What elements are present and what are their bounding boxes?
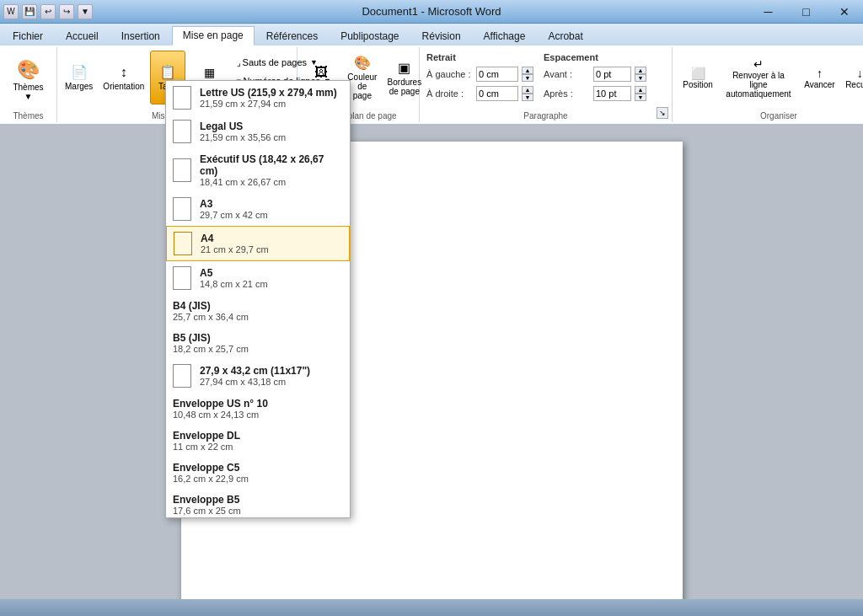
title-bar: W 💾 ↩ ↪ ▼ Document1 - Microsoft Word ─ □…: [0, 0, 863, 24]
tab-fichier[interactable]: Fichier: [2, 27, 54, 46]
retrait-droite-label: À droite :: [426, 88, 473, 99]
paper-text-9: Enveloppe US n° 10 10,48 cm x 24,13 cm: [173, 398, 343, 420]
marges-icon: 📄: [71, 64, 88, 80]
paper-text-1: Legal US 21,59 cm x 35,56 cm: [200, 121, 343, 142]
paper-text-3: A3 29,7 cm x 42 cm: [200, 198, 343, 220]
paper-text-6: B4 (JIS) 25,7 cm x 36,4 cm: [173, 300, 343, 322]
paper-item-10[interactable]: Enveloppe DL 11 cm x 22 cm: [166, 425, 350, 457]
paper-text-7: B5 (JIS) 18,2 cm x 25,7 cm: [173, 332, 343, 354]
espacement-apres-input[interactable]: [593, 86, 631, 101]
paper-item-9[interactable]: Enveloppe US n° 10 10,48 cm x 24,13 cm: [166, 393, 350, 425]
espacement-section: Espacement Avant : ▲ ▼ Après : ▲ ▼: [544, 51, 646, 109]
orientation-icon: ↕: [121, 65, 127, 80]
renvoyer-icon: ↵: [753, 57, 764, 71]
paper-size-0: 21,59 cm x 27,94 cm: [200, 99, 343, 109]
retrait-gauche-spin[interactable]: ▲ ▼: [522, 67, 533, 82]
window-controls: ─ □ ✕: [749, 0, 863, 24]
retrait-title: Retrait: [426, 52, 533, 62]
sauts-icon: ⌟: [237, 58, 241, 67]
taille-dropdown: Lettre US (215,9 x 279,4 mm) 21,59 cm x …: [165, 80, 351, 518]
position-button[interactable]: ⬜ Position: [679, 51, 716, 104]
save-quick-btn[interactable]: 💾: [22, 4, 37, 19]
espacement-avant-input[interactable]: [593, 67, 631, 82]
paper-size-12: 17,6 cm x 25 cm: [173, 506, 343, 516]
avancer-button[interactable]: ↑ Avancer: [801, 51, 839, 104]
renvoyer-button[interactable]: ↵ Renvoyer à la ligne automatiquement: [720, 51, 797, 104]
paper-size-6: 25,7 cm x 36,4 cm: [173, 312, 343, 322]
retrait-droite-input[interactable]: [476, 86, 518, 101]
paper-text-12: Enveloppe B5 17,6 cm x 25 cm: [173, 494, 343, 516]
espacement-avant-label: Avant :: [544, 69, 590, 79]
retrait-gauche-label: À gauche :: [426, 69, 473, 79]
themes-label: Thèmes ▼: [10, 83, 47, 101]
paper-icon-0: [173, 86, 191, 110]
paper-name-4: A4: [201, 233, 342, 244]
paper-size-7: 18,2 cm x 25,7 cm: [173, 344, 343, 354]
filigrane-icon: 🖼: [314, 65, 328, 80]
paper-icon-8: [173, 364, 191, 388]
paper-icon-2: [173, 158, 191, 182]
paper-icon-5: [173, 266, 191, 290]
tab-accueil[interactable]: Accueil: [55, 27, 110, 46]
marges-button[interactable]: 📄 Marges: [61, 51, 97, 104]
paper-item-2[interactable]: Exécutif US (18,42 x 26,67 cm) 18,41 cm …: [166, 148, 350, 192]
customize-quick-btn[interactable]: ▼: [78, 4, 93, 19]
paper-item-0[interactable]: Lettre US (215,9 x 279,4 mm) 21,59 cm x …: [166, 81, 350, 115]
paragraphe-group-label: Paragraphe: [420, 111, 672, 121]
tab-references[interactable]: Références: [255, 27, 329, 46]
espacement-apres-row: Après : ▲ ▼: [544, 86, 646, 101]
retrait-droite-spin[interactable]: ▲ ▼: [522, 86, 533, 101]
reculer-button[interactable]: ↓ Reculer: [842, 51, 863, 104]
tab-acrobat[interactable]: Acrobat: [537, 27, 593, 46]
renvoyer-label: Renvoyer à la ligne automatiquement: [724, 71, 793, 99]
paper-icon-3: [173, 197, 191, 221]
espacement-avant-row: Avant : ▲ ▼: [544, 67, 646, 82]
tab-mise-en-page[interactable]: Mise en page: [172, 26, 255, 46]
paper-item-6[interactable]: B4 (JIS) 25,7 cm x 36,4 cm: [166, 295, 350, 327]
paper-item-1[interactable]: Legal US 21,59 cm x 35,56 cm: [166, 115, 350, 148]
reculer-icon: ↓: [857, 67, 863, 80]
ribbon-content: 🎨 Thèmes ▼ Thèmes 📄 Marges ↕ Orientation…: [0, 46, 863, 126]
group-themes: 🎨 Thèmes ▼ Thèmes: [0, 47, 57, 122]
paper-item-8[interactable]: 27,9 x 43,2 cm (11x17") 27,94 cm x 43,18…: [166, 359, 350, 393]
tab-insertion[interactable]: Insertion: [110, 27, 171, 46]
paper-text-8: 27,9 x 43,2 cm (11x17") 27,94 cm x 43,18…: [200, 365, 343, 387]
undo-quick-btn[interactable]: ↩: [40, 4, 56, 19]
paper-item-4[interactable]: A4 21 cm x 29,7 cm: [166, 226, 350, 261]
themes-icon: 🎨: [17, 59, 40, 81]
tab-publipostage[interactable]: Publipostage: [330, 27, 410, 46]
paper-size-2: 18,41 cm x 26,67 cm: [200, 177, 343, 187]
retrait-gauche-row: À gauche : ▲ ▼: [426, 67, 533, 82]
paper-item-11[interactable]: Enveloppe C5 16,2 cm x 22,9 cm: [166, 457, 350, 489]
tab-revision[interactable]: Révision: [411, 27, 472, 46]
paper-name-0: Lettre US (215,9 x 279,4 mm): [200, 87, 343, 99]
redo-quick-btn[interactable]: ↪: [59, 4, 74, 19]
couleur-icon: 🎨: [354, 55, 371, 71]
paper-name-3: A3: [200, 198, 343, 210]
minimize-button[interactable]: ─: [749, 0, 787, 24]
paper-item-5[interactable]: A5 14,8 cm x 21 cm: [166, 261, 350, 295]
colonnes-icon: ▦: [204, 66, 215, 79]
paper-size-4: 21 cm x 29,7 cm: [201, 244, 342, 254]
themes-button[interactable]: 🎨 Thèmes ▼: [6, 53, 51, 107]
paper-item-7[interactable]: B5 (JIS) 18,2 cm x 25,7 cm: [166, 327, 350, 359]
paper-name-5: A5: [200, 267, 343, 279]
paper-size-1: 21,59 cm x 35,56 cm: [200, 132, 343, 142]
paper-size-10: 11 cm x 22 cm: [173, 442, 343, 452]
bordures-label: Bordures de page: [388, 78, 422, 96]
themes-group-label: Thèmes: [0, 111, 56, 121]
tab-affichage[interactable]: Affichage: [473, 27, 537, 46]
window-title: Document1 - Microsoft Word: [362, 5, 501, 18]
espacement-apres-label: Après :: [544, 88, 590, 99]
restore-button[interactable]: □: [787, 0, 825, 24]
paper-text-5: A5 14,8 cm x 21 cm: [200, 267, 343, 289]
paper-item-12[interactable]: Enveloppe B5 17,6 cm x 25 cm: [166, 489, 350, 518]
orientation-button[interactable]: ↕ Orientation: [99, 51, 148, 104]
paper-item-3[interactable]: A3 29,7 cm x 42 cm: [166, 192, 350, 226]
espacement-apres-spin[interactable]: ▲ ▼: [635, 86, 646, 101]
close-button[interactable]: ✕: [825, 0, 863, 24]
paper-name-8: 27,9 x 43,2 cm (11x17"): [200, 365, 343, 377]
retrait-gauche-input[interactable]: [476, 67, 518, 82]
espacement-avant-spin[interactable]: ▲ ▼: [635, 67, 646, 82]
espacement-title: Espacement: [544, 52, 646, 62]
